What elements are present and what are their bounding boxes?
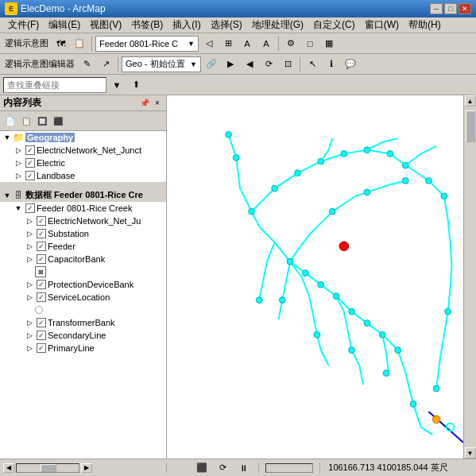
expand-transformerbank[interactable]: ▷ <box>24 317 35 328</box>
expand-electricnetwork-ju[interactable]: ▷ <box>24 215 35 226</box>
expand-secondaryline[interactable]: ▷ <box>24 330 35 341</box>
search-button[interactable]: ▼ <box>108 77 126 93</box>
checkbox-landbase[interactable] <box>25 171 35 180</box>
toolbar1-btn9[interactable]: ▦ <box>320 36 338 52</box>
menu-edit[interactable]: 编辑(E) <box>44 17 85 33</box>
toolbar2-btn3[interactable]: 🔗 <box>203 56 220 72</box>
minimize-button[interactable]: ─ <box>430 3 443 14</box>
expand-feeder-creek[interactable]: ▼ <box>13 203 24 214</box>
tree-node-servicelocation[interactable]: ▷ ServiceLocation <box>0 291 166 304</box>
menu-select[interactable]: 选择(S) <box>206 17 247 33</box>
tree-node-electricnetwork-junction[interactable]: ▷ ElectricNetwork_Net_Junct <box>0 144 166 157</box>
tree-node-feeder-creek[interactable]: ▼ Feeder 0801-Rice Creek <box>0 202 166 215</box>
scroll-track-right[interactable] <box>465 106 476 447</box>
maximize-button[interactable]: □ <box>444 3 457 14</box>
geo-dropdown[interactable]: Geo - 初始位置 ▼ <box>122 56 201 72</box>
map-area[interactable]: ▲ ▼ <box>167 95 476 459</box>
checkbox-feeder-creek[interactable] <box>25 203 35 213</box>
checkbox-transformerbank[interactable] <box>37 318 46 327</box>
tree-node-protectiondevicebank[interactable]: ▷ ProtectionDeviceBank <box>0 278 166 291</box>
toolbar2-btn9[interactable]: ℹ <box>323 56 340 72</box>
status-scroll-thumb[interactable] <box>41 464 56 472</box>
tree-node-landbase[interactable]: ▷ Landbase <box>0 169 166 182</box>
checkbox-secondaryline[interactable] <box>37 331 46 340</box>
menu-geoprocess[interactable]: 地理处理(G) <box>247 17 308 33</box>
scroll-thumb-right[interactable] <box>466 110 475 142</box>
landbase-label: Landbase <box>37 171 75 180</box>
toolbar1-btn5[interactable]: A <box>238 36 256 52</box>
checkbox-electric[interactable] <box>25 158 35 168</box>
svg-point-25 <box>383 370 389 377</box>
status-scroll-track[interactable] <box>16 463 79 473</box>
checkbox-substation[interactable] <box>37 229 46 238</box>
expand-substation[interactable]: ▷ <box>24 228 35 239</box>
expand-feeder-item[interactable]: ▷ <box>24 241 35 252</box>
panel-pin-button[interactable]: 📌 <box>139 98 150 109</box>
toolbar2-btn4[interactable]: ▶ <box>222 56 239 72</box>
toolbar2-btn8[interactable]: ↖ <box>304 56 321 72</box>
menu-insert[interactable]: 插入(I) <box>168 17 205 33</box>
expand-servicelocation[interactable]: ▷ <box>24 292 35 303</box>
panel-icon-2[interactable]: 📋 <box>19 114 33 127</box>
search-go-btn[interactable]: ⬆ <box>127 77 145 93</box>
status-btn-3[interactable]: ⏸ <box>234 460 252 476</box>
toolbar1-btn7[interactable]: ⚙ <box>282 36 300 52</box>
status-scroll-left[interactable]: ◀ <box>3 463 14 473</box>
toolbar2-btn7[interactable]: ⊡ <box>279 56 296 72</box>
panel-icon-1[interactable]: 📄 <box>3 114 17 127</box>
checkbox-feeder-item[interactable] <box>37 242 46 251</box>
status-btn-2[interactable]: ⟳ <box>214 460 231 476</box>
toolbar1-btn2[interactable]: 📋 <box>71 36 88 52</box>
search-input[interactable] <box>3 77 106 93</box>
panel-close-button[interactable]: × <box>152 98 163 109</box>
checkbox-electricnetwork-ju[interactable] <box>37 216 46 226</box>
toolbar2-btn5[interactable]: ◀ <box>241 56 258 72</box>
scroll-up-button[interactable]: ▲ <box>465 95 476 106</box>
tree-node-substation[interactable]: ▷ Substation <box>0 227 166 240</box>
menu-help[interactable]: 帮助(H) <box>404 17 446 33</box>
checkbox-capacitorbank[interactable] <box>37 254 46 264</box>
expand-electric[interactable]: ▷ <box>13 157 24 168</box>
menu-view[interactable]: 视图(V) <box>85 17 126 33</box>
toolbar1-btn1[interactable]: 🗺 <box>52 36 69 52</box>
checkbox-protectiondevicebank[interactable] <box>37 280 46 289</box>
expand-electricnetwork-junction[interactable]: ▷ <box>13 145 24 156</box>
toolbar2-btn1[interactable]: ✎ <box>78 56 95 72</box>
toolbar2-btn10[interactable]: 💬 <box>342 56 359 72</box>
toolbar1-btn6[interactable]: A <box>257 36 275 52</box>
toolbar2-btn2[interactable]: ↗ <box>97 56 114 72</box>
tree-node-feeder-item[interactable]: ▷ Feeder <box>0 240 166 253</box>
status-scroll-right[interactable]: ▶ <box>81 463 92 473</box>
feeder-dropdown[interactable]: Feeder 0801-Rice C ▼ <box>95 36 199 52</box>
panel-icon-3[interactable]: 🔲 <box>35 114 49 127</box>
toolbar1-btn4[interactable]: ⊞ <box>219 36 237 52</box>
menu-bookmarks[interactable]: 书签(B) <box>126 17 168 33</box>
checkbox-primaryline[interactable] <box>37 343 46 353</box>
toolbar1-btn3[interactable]: ◁ <box>200 36 218 52</box>
toolbar2-btn6[interactable]: ⟳ <box>260 56 277 72</box>
checkbox-servicelocation[interactable] <box>37 292 46 302</box>
toolbar1-btn8[interactable]: □ <box>301 36 319 52</box>
expand-landbase[interactable]: ▷ <box>13 170 24 181</box>
expand-capacitorbank[interactable]: ▷ <box>24 253 35 265</box>
menu-customize[interactable]: 自定义(C) <box>308 17 360 33</box>
tree-node-transformerbank[interactable]: ▷ TransformerBank <box>0 316 166 329</box>
menu-file[interactable]: 文件(F) <box>3 17 44 33</box>
tree-node-secondaryline[interactable]: ▷ SecondaryLine <box>0 329 166 342</box>
close-button[interactable]: ✕ <box>459 3 471 14</box>
menu-window[interactable]: 窗口(W) <box>360 17 404 33</box>
expand-protectiondevicebank[interactable]: ▷ <box>24 279 35 290</box>
tree-node-primaryline[interactable]: ▷ PrimaryLine <box>0 342 166 354</box>
tree-node-electricnetwork-ju[interactable]: ▷ ElectricNetwork_Net_Ju <box>0 215 166 227</box>
expand-geography[interactable]: ▼ <box>2 132 13 143</box>
panel-icon-4[interactable]: ⬛ <box>51 114 65 127</box>
tree-node-feeder-root[interactable]: ▼ 🗄 数据框 Feeder 0801-Rice Cre <box>0 188 166 202</box>
tree-node-electric[interactable]: ▷ Electric <box>0 157 166 169</box>
expand-feeder-root[interactable]: ▼ <box>2 190 13 201</box>
checkbox-electricnetwork-junction[interactable] <box>25 145 35 155</box>
scroll-down-button[interactable]: ▼ <box>465 447 476 459</box>
tree-node-geography-root[interactable]: ▼ 📁 Geography <box>0 131 166 144</box>
status-btn-1[interactable]: ⬛ <box>193 460 211 476</box>
tree-node-capacitorbank[interactable]: ▷ CapacitorBank <box>0 253 166 265</box>
expand-primaryline[interactable]: ▷ <box>24 342 35 354</box>
